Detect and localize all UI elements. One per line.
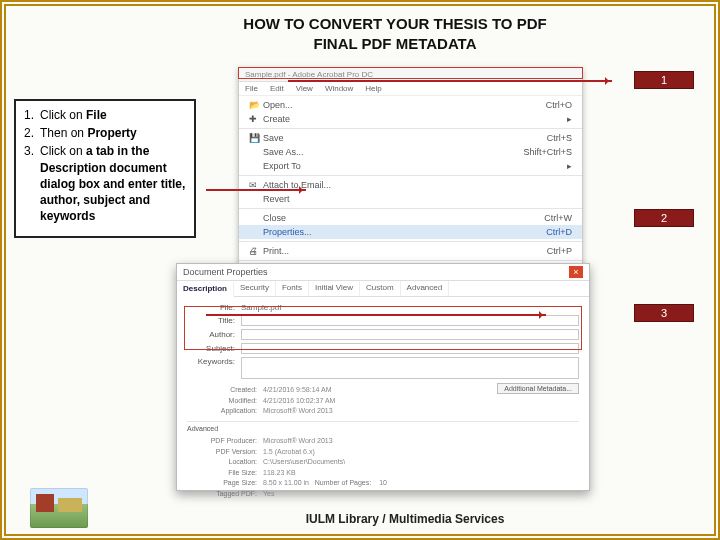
arrow-to-properties-menu [206,189,306,191]
file-label: File: [187,303,241,312]
document-properties-dialog: Document Properties × Description Securi… [176,263,590,491]
menu-separator [239,175,582,176]
additional-metadata-button[interactable]: Additional Metadata... [497,383,579,394]
tab-custom[interactable]: Custom [360,281,401,296]
menu-item-revert[interactable]: Revert [239,192,582,206]
dialog-metadata: Additional Metadata... Created:4/21/2016… [187,385,579,499]
footer-text: IULM Library / Multimedia Services [6,512,714,526]
step-text: Then on Property [40,125,137,141]
menu-item-create[interactable]: ✚Create▸ [239,112,582,126]
slide: HOW TO CONVERT YOUR THESIS TO PDF FINAL … [0,0,720,540]
dialog-title: Document Properties [183,267,268,277]
field-subject: Subject: [187,343,579,354]
callout-3: 3 [634,304,694,322]
tab-fonts[interactable]: Fonts [276,281,309,296]
subject-input[interactable] [241,343,579,354]
menu-help[interactable]: Help [365,84,381,93]
step-2: 2. Then on Property [24,125,186,141]
menu-item-save[interactable]: 💾SaveCtrl+S [239,131,582,145]
field-file: File: Sample.pdf [187,303,579,312]
step-text: Click on File [40,107,107,123]
menu-item-close[interactable]: CloseCtrl+W [239,211,582,225]
close-icon[interactable]: × [569,266,583,278]
callout-2: 2 [634,209,694,227]
step-number: 2. [24,125,40,141]
menu-item-export[interactable]: Export To▸ [239,159,582,173]
keywords-input[interactable] [241,357,579,379]
title-area: HOW TO CONVERT YOUR THESIS TO PDF FINAL … [6,6,714,59]
field-author: Author: [187,329,579,340]
tab-advanced[interactable]: Advanced [401,281,450,296]
step-3: 3. Click on a tab in the Description doc… [24,143,186,224]
title-input[interactable] [241,315,579,326]
file-menu-dropdown: 📂Open...Ctrl+O ✚Create▸ 💾SaveCtrl+S Save… [239,96,582,279]
steps-box: 1. Click on File 2. Then on Property 3. … [14,99,196,238]
menu-window[interactable]: Window [325,84,353,93]
menu-separator [239,208,582,209]
step-number: 3. [24,143,40,224]
keywords-label: Keywords: [187,357,241,366]
tab-initial-view[interactable]: Initial View [309,281,360,296]
arrow-to-callout-1 [288,80,612,82]
author-input[interactable] [241,329,579,340]
acrobat-window: Sample.pdf - Adobe Acrobat Pro DC File E… [238,67,583,280]
author-label: Author: [187,330,241,339]
content-area: 1 2 3 1. Click on File 2. Then on Prope [6,59,714,527]
field-title: Title: [187,315,579,326]
page-title: HOW TO CONVERT YOUR THESIS TO PDF FINAL … [176,14,614,53]
arrow-to-description-tab [206,314,546,316]
menu-separator [239,241,582,242]
dialog-body: File: Sample.pdf Title: Author: Subject:… [177,297,589,503]
step-number: 1. [24,107,40,123]
file-value: Sample.pdf [241,303,281,312]
step-text: Click on a tab in the Description docume… [40,143,186,224]
advanced-header: Advanced [187,421,579,435]
menu-item-properties[interactable]: Properties...Ctrl+D [239,225,582,239]
title-label: Title: [187,316,241,325]
menu-separator [239,128,582,129]
tab-description[interactable]: Description [177,282,234,297]
menu-edit[interactable]: Edit [270,84,284,93]
acrobat-menubar: File Edit View Window Help [239,82,582,96]
tab-security[interactable]: Security [234,281,276,296]
dialog-tabs: Description Security Fonts Initial View … [177,281,589,297]
menu-item-print[interactable]: 🖨Print...Ctrl+P [239,244,582,258]
menu-item-save-as[interactable]: Save As...Shift+Ctrl+S [239,145,582,159]
subject-label: Subject: [187,344,241,353]
field-keywords: Keywords: [187,357,579,379]
step-1: 1. Click on File [24,107,186,123]
menu-view[interactable]: View [296,84,313,93]
menu-file[interactable]: File [245,84,258,93]
callout-1: 1 [634,71,694,89]
dialog-title-bar: Document Properties × [177,264,589,281]
menu-item-open[interactable]: 📂Open...Ctrl+O [239,98,582,112]
menu-separator [239,260,582,261]
title-line-1: HOW TO CONVERT YOUR THESIS TO PDF [243,15,546,32]
title-line-2: FINAL PDF METADATA [313,35,476,52]
